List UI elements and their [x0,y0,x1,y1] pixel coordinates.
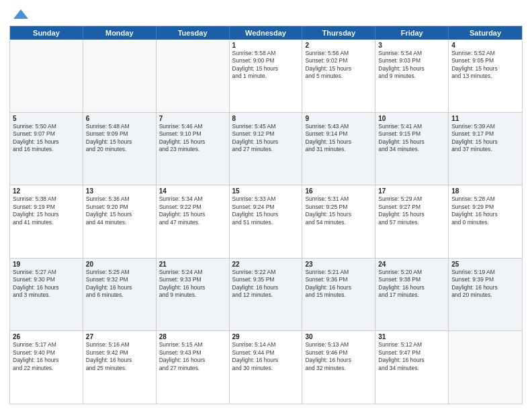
day-cell-16: 16Sunrise: 5:31 AM Sunset: 9:25 PM Dayli… [302,185,375,258]
cell-info: Sunrise: 5:19 AM Sunset: 9:39 PM Dayligh… [451,269,519,300]
day-cell-9: 9Sunrise: 5:43 AM Sunset: 9:14 PM Daylig… [302,113,375,185]
day-cell-6: 6Sunrise: 5:48 AM Sunset: 9:09 PM Daylig… [83,113,157,185]
day-cell-1: 1Sunrise: 5:58 AM Sunset: 9:00 PM Daylig… [230,40,303,112]
cell-info: Sunrise: 5:29 AM Sunset: 9:27 PM Dayligh… [378,195,445,226]
day-cell-22: 22Sunrise: 5:22 AM Sunset: 9:35 PM Dayli… [230,259,303,331]
day-cell-3: 3Sunrise: 5:54 AM Sunset: 9:03 PM Daylig… [375,40,449,112]
day-cell-18: 18Sunrise: 5:28 AM Sunset: 9:29 PM Dayli… [449,185,522,258]
cell-info: Sunrise: 5:14 AM Sunset: 9:44 PM Dayligh… [232,341,300,372]
day-cell-26: 26Sunrise: 5:17 AM Sunset: 9:40 PM Dayli… [10,331,83,404]
day-number: 11 [451,115,519,122]
cell-info: Sunrise: 5:39 AM Sunset: 9:17 PM Dayligh… [451,123,519,154]
cell-info: Sunrise: 5:13 AM Sunset: 9:46 PM Dayligh… [305,341,372,372]
logo-icon [12,7,30,21]
header-day-thursday: Thursday [302,26,375,40]
day-cell-12: 12Sunrise: 5:38 AM Sunset: 9:19 PM Dayli… [10,185,83,258]
calendar-row-1: 5Sunrise: 5:50 AM Sunset: 9:07 PM Daylig… [10,112,522,185]
logo [9,7,30,21]
day-number: 15 [232,187,300,195]
day-cell-23: 23Sunrise: 5:21 AM Sunset: 9:36 PM Dayli… [302,259,375,331]
day-number: 30 [305,333,372,340]
day-number: 29 [232,333,300,340]
cell-info: Sunrise: 5:38 AM Sunset: 9:19 PM Dayligh… [13,195,80,226]
day-number: 26 [13,333,80,340]
cell-info: Sunrise: 5:41 AM Sunset: 9:15 PM Dayligh… [378,123,445,154]
cell-info: Sunrise: 5:45 AM Sunset: 9:12 PM Dayligh… [232,123,300,154]
cell-info: Sunrise: 5:33 AM Sunset: 9:24 PM Dayligh… [232,195,300,226]
cell-info: Sunrise: 5:43 AM Sunset: 9:14 PM Dayligh… [305,123,372,154]
day-number: 3 [378,42,445,49]
day-number: 19 [13,261,80,268]
svg-marker-0 [13,9,28,19]
calendar: SundayMondayTuesdayWednesdayThursdayFrid… [9,26,523,404]
day-cell-31: 31Sunrise: 5:12 AM Sunset: 9:47 PM Dayli… [375,331,449,404]
day-cell-4: 4Sunrise: 5:52 AM Sunset: 9:05 PM Daylig… [449,40,522,112]
day-number: 17 [378,187,445,195]
day-number: 5 [13,115,80,122]
page: SundayMondayTuesdayWednesdayThursdayFrid… [0,0,532,411]
calendar-row-3: 19Sunrise: 5:27 AM Sunset: 9:30 PM Dayli… [10,258,522,331]
empty-cell [449,331,522,404]
cell-info: Sunrise: 5:31 AM Sunset: 9:25 PM Dayligh… [305,195,372,226]
cell-info: Sunrise: 5:48 AM Sunset: 9:09 PM Dayligh… [86,123,153,154]
day-cell-21: 21Sunrise: 5:24 AM Sunset: 9:33 PM Dayli… [157,259,230,331]
empty-cell [83,40,157,112]
day-cell-14: 14Sunrise: 5:34 AM Sunset: 9:22 PM Dayli… [157,185,230,258]
header [9,7,523,21]
header-day-tuesday: Tuesday [157,26,230,40]
day-cell-8: 8Sunrise: 5:45 AM Sunset: 9:12 PM Daylig… [230,113,303,185]
cell-info: Sunrise: 5:25 AM Sunset: 9:32 PM Dayligh… [86,269,153,300]
cell-info: Sunrise: 5:27 AM Sunset: 9:30 PM Dayligh… [13,269,80,300]
day-cell-11: 11Sunrise: 5:39 AM Sunset: 9:17 PM Dayli… [449,113,522,185]
day-cell-25: 25Sunrise: 5:19 AM Sunset: 9:39 PM Dayli… [449,259,522,331]
day-number: 23 [305,261,372,268]
day-cell-5: 5Sunrise: 5:50 AM Sunset: 9:07 PM Daylig… [10,113,83,185]
day-number: 18 [451,187,519,195]
day-number: 14 [159,187,226,195]
cell-info: Sunrise: 5:16 AM Sunset: 9:42 PM Dayligh… [86,341,153,372]
cell-info: Sunrise: 5:56 AM Sunset: 9:02 PM Dayligh… [305,50,372,81]
calendar-header: SundayMondayTuesdayWednesdayThursdayFrid… [10,26,522,40]
day-number: 13 [86,187,153,195]
day-number: 8 [232,115,300,122]
cell-info: Sunrise: 5:22 AM Sunset: 9:35 PM Dayligh… [232,269,300,300]
day-cell-2: 2Sunrise: 5:56 AM Sunset: 9:02 PM Daylig… [302,40,375,112]
calendar-row-4: 26Sunrise: 5:17 AM Sunset: 9:40 PM Dayli… [10,330,522,404]
cell-info: Sunrise: 5:28 AM Sunset: 9:29 PM Dayligh… [451,195,519,226]
header-day-wednesday: Wednesday [230,26,303,40]
day-cell-24: 24Sunrise: 5:20 AM Sunset: 9:38 PM Dayli… [375,259,449,331]
day-cell-13: 13Sunrise: 5:36 AM Sunset: 9:20 PM Dayli… [83,185,157,258]
cell-info: Sunrise: 5:52 AM Sunset: 9:05 PM Dayligh… [451,50,519,81]
cell-info: Sunrise: 5:36 AM Sunset: 9:20 PM Dayligh… [86,195,153,226]
day-number: 4 [451,42,519,49]
cell-info: Sunrise: 5:12 AM Sunset: 9:47 PM Dayligh… [378,341,445,372]
cell-info: Sunrise: 5:34 AM Sunset: 9:22 PM Dayligh… [159,195,226,226]
empty-cell [10,40,83,112]
day-cell-29: 29Sunrise: 5:14 AM Sunset: 9:44 PM Dayli… [230,331,303,404]
day-number: 1 [232,42,300,49]
empty-cell [157,40,230,112]
cell-info: Sunrise: 5:20 AM Sunset: 9:38 PM Dayligh… [378,269,445,300]
calendar-body: 1Sunrise: 5:58 AM Sunset: 9:00 PM Daylig… [10,40,522,404]
cell-info: Sunrise: 5:50 AM Sunset: 9:07 PM Dayligh… [13,123,80,154]
day-number: 25 [451,261,519,268]
day-number: 7 [159,115,226,122]
day-cell-27: 27Sunrise: 5:16 AM Sunset: 9:42 PM Dayli… [83,331,157,404]
day-cell-19: 19Sunrise: 5:27 AM Sunset: 9:30 PM Dayli… [10,259,83,331]
header-day-monday: Monday [83,26,157,40]
day-number: 24 [378,261,445,268]
cell-info: Sunrise: 5:58 AM Sunset: 9:00 PM Dayligh… [232,50,300,81]
cell-info: Sunrise: 5:21 AM Sunset: 9:36 PM Dayligh… [305,269,372,300]
day-cell-7: 7Sunrise: 5:46 AM Sunset: 9:10 PM Daylig… [157,113,230,185]
day-cell-15: 15Sunrise: 5:33 AM Sunset: 9:24 PM Dayli… [230,185,303,258]
cell-info: Sunrise: 5:15 AM Sunset: 9:43 PM Dayligh… [159,341,226,372]
cell-info: Sunrise: 5:17 AM Sunset: 9:40 PM Dayligh… [13,341,80,372]
day-number: 6 [86,115,153,122]
day-cell-30: 30Sunrise: 5:13 AM Sunset: 9:46 PM Dayli… [302,331,375,404]
calendar-row-0: 1Sunrise: 5:58 AM Sunset: 9:00 PM Daylig… [10,40,522,112]
cell-info: Sunrise: 5:24 AM Sunset: 9:33 PM Dayligh… [159,269,226,300]
day-cell-28: 28Sunrise: 5:15 AM Sunset: 9:43 PM Dayli… [157,331,230,404]
day-number: 21 [159,261,226,268]
calendar-row-2: 12Sunrise: 5:38 AM Sunset: 9:19 PM Dayli… [10,185,522,258]
day-number: 16 [305,187,372,195]
